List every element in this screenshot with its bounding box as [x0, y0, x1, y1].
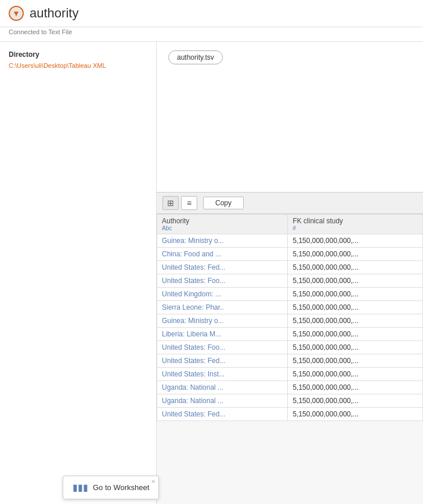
- cell-fk: 5,150,000,000,000,...: [288, 341, 423, 354]
- table-row: Uganda: National ...5,150,000,000,000,..…: [157, 394, 423, 408]
- main-content: Directory C:\Users\uli\Desktop\Tableau X…: [0, 42, 423, 504]
- cell-authority: United Kingdom: ...: [157, 288, 288, 301]
- toolbar: ⊞ ≡ Copy: [157, 193, 423, 214]
- grid-view-button[interactable]: ⊞: [162, 196, 179, 210]
- cell-fk: 5,150,000,000,000,...: [288, 248, 423, 261]
- table-row: United Kingdom: ...5,150,000,000,000,...: [157, 288, 423, 301]
- table-row: United States: Fed...5,150,000,000,000,.…: [157, 408, 423, 421]
- cell-fk: 5,150,000,000,000,...: [288, 261, 423, 274]
- copy-button[interactable]: Copy: [203, 197, 244, 209]
- table-row: United States: Fed...5,150,000,000,000,.…: [157, 261, 423, 274]
- cell-authority: United States: Foo...: [157, 274, 288, 288]
- data-table: Authority Abc FK clinical study # Guinea…: [157, 214, 423, 421]
- go-to-worksheet-popup[interactable]: × ▮▮▮ Go to Worksheet: [63, 476, 159, 499]
- cell-authority: Guinea: Ministry o...: [157, 234, 288, 248]
- table-row: United States: Fed...5,150,000,000,000,.…: [157, 354, 423, 368]
- cell-fk: 5,150,000,000,000,...: [288, 408, 423, 421]
- go-to-worksheet-label: Go to Worksheet: [93, 483, 149, 492]
- cell-authority: United States: Fed...: [157, 261, 288, 274]
- table-row: Uganda: National ...5,150,000,000,000,..…: [157, 381, 423, 394]
- cell-authority: United States: Foo...: [157, 341, 288, 354]
- cell-fk: 5,150,000,000,000,...: [288, 288, 423, 301]
- table-header-row: Authority Abc FK clinical study #: [157, 215, 423, 234]
- table-row: United States: Inst...5,150,000,000,000,…: [157, 368, 423, 381]
- table-row: China: Food and ...5,150,000,000,000,...: [157, 248, 423, 261]
- top-bar: ▼ authority: [0, 0, 423, 27]
- table-row: Guinea: Ministry o...5,150,000,000,000,.…: [157, 314, 423, 328]
- list-icon: ≡: [187, 198, 191, 208]
- grid-icon: ⊞: [167, 198, 174, 208]
- bar-chart-icon: ▮▮▮: [73, 482, 88, 493]
- cell-fk: 5,150,000,000,000,...: [288, 354, 423, 368]
- col-header-authority: Authority Abc: [157, 215, 288, 234]
- cell-fk: 5,150,000,000,000,...: [288, 314, 423, 328]
- directory-label: Directory: [9, 50, 147, 59]
- table-row: United States: Foo...5,150,000,000,000,.…: [157, 274, 423, 288]
- table-row: Sierra Leone: Phar..5,150,000,000,000,..…: [157, 301, 423, 314]
- cell-authority: Guinea: Ministry o...: [157, 314, 288, 328]
- cell-fk: 5,150,000,000,000,...: [288, 394, 423, 408]
- table-row: United States: Foo...5,150,000,000,000,.…: [157, 341, 423, 354]
- cell-authority: United States: Inst...: [157, 368, 288, 381]
- cell-authority: United States: Fed...: [157, 354, 288, 368]
- col-header-fk: FK clinical study #: [288, 215, 423, 234]
- list-view-button[interactable]: ≡: [181, 196, 197, 210]
- cell-authority: Liberia: Liberia M...: [157, 328, 288, 341]
- cell-fk: 5,150,000,000,000,...: [288, 301, 423, 314]
- data-table-container[interactable]: Authority Abc FK clinical study # Guinea…: [157, 214, 423, 504]
- subtitle: Connected to Text File: [0, 27, 423, 42]
- page-title: authority: [30, 6, 78, 21]
- cell-fk: 5,150,000,000,000,...: [288, 328, 423, 341]
- cell-authority: Uganda: National ...: [157, 381, 288, 394]
- cell-fk: 5,150,000,000,000,...: [288, 234, 423, 248]
- table-row: Guinea: Ministry o...5,150,000,000,000,.…: [157, 234, 423, 248]
- close-icon[interactable]: ×: [151, 478, 155, 485]
- table-row: Liberia: Liberia M...5,150,000,000,000,.…: [157, 328, 423, 341]
- cell-fk: 5,150,000,000,000,...: [288, 368, 423, 381]
- cell-authority: China: Food and ...: [157, 248, 288, 261]
- connection-icon: ▼: [9, 6, 24, 21]
- file-area: authority.tsv: [157, 42, 423, 193]
- cell-fk: 5,150,000,000,000,...: [288, 274, 423, 288]
- directory-path[interactable]: C:\Users\uli\Desktop\Tableau XML: [9, 62, 147, 69]
- left-panel: Directory C:\Users\uli\Desktop\Tableau X…: [0, 42, 157, 504]
- cell-authority: United States: Fed...: [157, 408, 288, 421]
- cell-authority: Sierra Leone: Phar..: [157, 301, 288, 314]
- file-chip[interactable]: authority.tsv: [168, 50, 223, 64]
- cell-fk: 5,150,000,000,000,...: [288, 381, 423, 394]
- right-panel: authority.tsv ⊞ ≡ Copy Authority Abc: [157, 42, 423, 504]
- cell-authority: Uganda: National ...: [157, 394, 288, 408]
